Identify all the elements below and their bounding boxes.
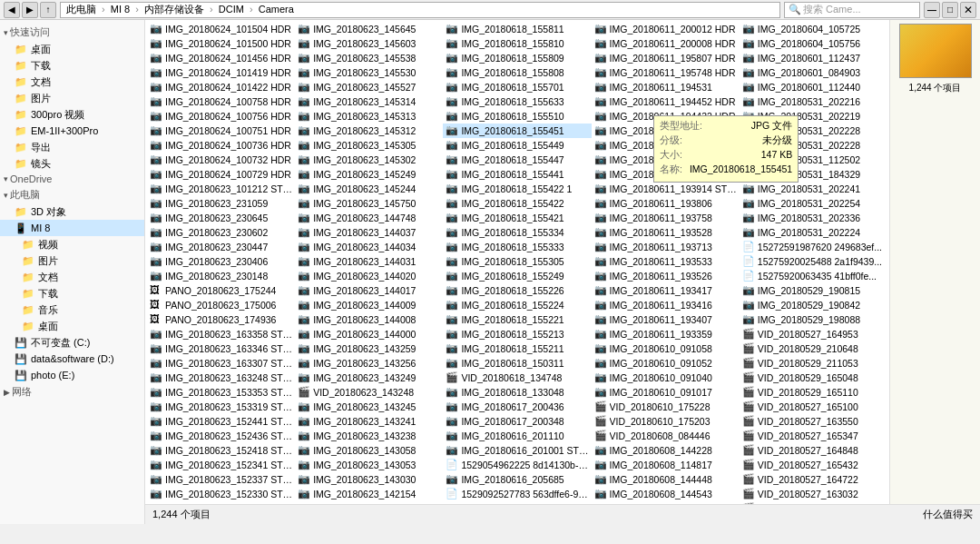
list-item[interactable]: 📷IMG_20180618_155808 — [443, 65, 591, 80]
list-item[interactable]: 📷IMG_20180611_193914 STEREO — [592, 182, 740, 196]
network-header[interactable]: ▶ 网络 — [0, 383, 144, 401]
list-item[interactable]: 📷IMG_20180618_155333 — [443, 240, 591, 254]
sidebar-item-documents[interactable]: 📁 文档 — [0, 269, 144, 285]
list-item[interactable]: 📷IMG_20180618_155811 — [443, 22, 591, 36]
list-item[interactable]: 📷IMG_20180623_230602 — [147, 225, 295, 240]
list-item[interactable]: 📷IMG_20180610_091017 — [592, 385, 740, 400]
list-item[interactable]: 📷IMG_20180610_091052 — [592, 356, 740, 371]
list-item[interactable]: 📷IMG_20180618_155421 — [443, 211, 591, 225]
list-item[interactable]: 📷IMG_20180623_143241 — [295, 414, 443, 429]
list-item[interactable]: 📷IMG_20180623_152436 STEREO — [147, 429, 295, 443]
list-item[interactable]: 📷IMG_20180611_195748 HDR — [592, 65, 740, 80]
list-item[interactable]: 📷IMG_20180616_201110 — [443, 429, 591, 443]
list-item[interactable]: 📷IMG_20180624_101504 HDR — [147, 22, 295, 36]
list-item[interactable]: 📷IMG_20180624_100732 HDR — [147, 153, 295, 167]
list-item[interactable]: 🎬VID_20180527_164953 — [740, 327, 887, 341]
list-item[interactable]: 📷IMG_20180623_145750 — [295, 196, 443, 211]
sidebar-item-pictures[interactable]: 📁 图片 — [0, 90, 144, 106]
list-item[interactable]: 📷IMG_20180601_112440 — [740, 80, 887, 94]
list-item[interactable]: 📷IMG_20180623_144020 — [295, 269, 443, 283]
list-item[interactable]: 🎬VID_20180610_175228 — [592, 400, 740, 414]
list-item[interactable]: 📷IMG_20180623_153353 STEREO — [147, 385, 295, 400]
list-item[interactable]: 📷IMG_20180623_163307 STEREO — [147, 356, 295, 371]
list-item[interactable]: 🎬VID_20180527_163550 — [740, 414, 887, 429]
list-item[interactable]: 🎬VID_20180529_165048 — [740, 371, 887, 385]
list-item[interactable]: 📷IMG_20180623_163346 STEREO — [147, 341, 295, 356]
list-item[interactable]: 📷IMG_20180618_155211 — [443, 341, 591, 356]
sidebar-item-dl[interactable]: 📁 下载 — [0, 285, 144, 302]
list-item[interactable]: 🎬VID_20180527_163041 — [740, 501, 887, 504]
list-item[interactable]: 📷IMG_20180623_143053 — [295, 458, 443, 472]
list-item[interactable]: 📷IMG_20180623_143058 — [295, 443, 443, 458]
sidebar-item-music[interactable]: 📁 音乐 — [0, 302, 144, 318]
list-item[interactable]: 📄15275920025488 2a1f9439... — [740, 254, 887, 269]
list-item[interactable]: 📷IMG_20180617_200436 — [443, 400, 591, 414]
list-item[interactable]: 📷IMG_20180604_105756 — [740, 36, 887, 51]
list-item[interactable]: 🎬VID_20180529_165110 — [740, 385, 887, 400]
sidebar-item-downloads[interactable]: 📁 下载 — [0, 57, 144, 74]
list-item[interactable]: 📷IMG_20180611_194452 HDR — [592, 94, 740, 109]
list-item[interactable]: 📷IMG_20180623_143256 — [295, 356, 443, 371]
list-item[interactable]: 📷IMG_20180611_193758 — [592, 211, 740, 225]
list-item[interactable]: 📷IMG_20180623_230447 — [147, 240, 295, 254]
list-item[interactable]: 📷IMG_20180608_144448 — [592, 472, 740, 487]
list-item[interactable]: 📷IMG_20180618_155422 1 — [443, 182, 591, 196]
list-item[interactable]: 🎬VID_20180527_164848 — [740, 443, 887, 458]
list-item[interactable]: 📷IMG_20180618_155510 — [443, 109, 591, 124]
list-item[interactable]: 📷IMG_20180611_194531 — [592, 80, 740, 94]
list-item[interactable]: 📷IMG_20180623_145538 — [295, 51, 443, 65]
list-item[interactable]: 📷IMG_20180608_084450 — [592, 501, 740, 504]
list-item[interactable]: 📷IMG_20180624_100756 HDR — [147, 109, 295, 124]
list-item[interactable]: 📄1529092527783 563dffe6-963b-444d-ab27-6… — [443, 487, 591, 501]
list-item[interactable]: 📷IMG_20180531_202241 — [740, 182, 887, 196]
computer-header[interactable]: ▾ 此电脑 — [0, 186, 144, 203]
list-item[interactable]: 📷IMG_20180618_155213 — [443, 327, 591, 341]
list-item[interactable]: 📷IMG_20180623_152441 STEREO — [147, 414, 295, 429]
list-item[interactable]: 📷IMG_20180618_155451 — [443, 124, 591, 138]
list-item[interactable]: 📷IMG_20180623_145314 — [295, 94, 443, 109]
list-item[interactable]: 📷IMG_20180618_150311 — [443, 356, 591, 371]
list-item[interactable]: 🎬VID_20180529_210648 — [740, 341, 887, 356]
list-item[interactable]: 📷IMG_20180623_142144 — [295, 501, 443, 504]
list-item[interactable]: 📷IMG_20180623_151027 STEREO — [147, 501, 295, 504]
list-item[interactable]: 📷IMG_20180611_193713 — [592, 240, 740, 254]
list-item[interactable]: 📷IMG_20180623_144008 — [295, 312, 443, 327]
list-item[interactable]: 📷IMG_20180618_155701 — [443, 80, 591, 94]
onedrive-header[interactable]: ▾ OneDrive — [0, 172, 144, 186]
list-item[interactable]: 📷IMG_20180623_145312 — [295, 124, 443, 138]
sidebar-item-docs[interactable]: 📁 文档 — [0, 74, 144, 90]
list-item[interactable]: 📷IMG_20180611_200012 HDR — [592, 22, 740, 36]
list-item[interactable]: 🖼PANO_20180623_175006 — [147, 298, 295, 312]
list-item[interactable]: 📷IMG_20180618_155633 — [443, 94, 591, 109]
list-item[interactable]: 📄1529054962225 8d14130b-f74f-4e74-ba70-f… — [443, 458, 591, 472]
list-item[interactable]: 📷IMG_20180611_193416 — [592, 298, 740, 312]
minimize-button[interactable]: ─ — [924, 2, 940, 18]
list-item[interactable]: 📷IMG_20180611_193528 — [592, 225, 740, 240]
list-item[interactable]: 📷IMG_20180611_195807 HDR — [592, 51, 740, 65]
list-item[interactable]: 📷IMG_20180623_144748 — [295, 211, 443, 225]
list-item[interactable]: 📷IMG_20180618_155809 — [443, 51, 591, 65]
sidebar-item-ddrive[interactable]: 💾 data&software (D:) — [0, 351, 144, 367]
list-item[interactable]: 📷IMG_20180611_193359 — [592, 327, 740, 341]
list-item[interactable]: 📷IMG_20180623_145527 — [295, 80, 443, 94]
close-button[interactable]: ✕ — [960, 2, 976, 18]
list-item[interactable]: 📷IMG_20180610_091058 — [592, 341, 740, 356]
list-item[interactable]: 📷IMG_20180531_202336 — [740, 211, 887, 225]
list-item[interactable]: 📷IMG_20180623_145603 — [295, 36, 443, 51]
sidebar-item-mi8[interactable]: 📱 MI 8 — [0, 220, 144, 236]
list-item[interactable]: 📷IMG_20180623_230406 — [147, 254, 295, 269]
list-item[interactable]: 📷IMG_20180618_133048 — [443, 385, 591, 400]
list-item[interactable]: 📷IMG_20180531_202224 — [740, 225, 887, 240]
list-item[interactable]: 📷IMG_20180608_144228 — [592, 443, 740, 458]
list-item[interactable]: 📷IMG_20180608_144543 — [592, 487, 740, 501]
sidebar-item-export[interactable]: 📁 导出 — [0, 139, 144, 155]
list-item[interactable]: 📷IMG_20180618_155810 — [443, 36, 591, 51]
list-item[interactable]: 📷IMG_20180623_142154 — [295, 487, 443, 501]
list-item[interactable]: 📷IMG_20180623_152330 STEREO — [147, 487, 295, 501]
sidebar-item-cdrive[interactable]: 💾 不可变盘 (C:) — [0, 334, 144, 351]
list-item[interactable]: 📷IMG_20180623_143249 — [295, 371, 443, 385]
list-item[interactable]: 📷IMG_20180623_145249 — [295, 167, 443, 182]
list-item[interactable]: 📷IMG_20180623_143245 — [295, 400, 443, 414]
list-item[interactable]: 📷IMG_20180618_155449 — [443, 138, 591, 153]
list-item[interactable]: 📷IMG_20180616_201001 STEREO — [443, 443, 591, 458]
